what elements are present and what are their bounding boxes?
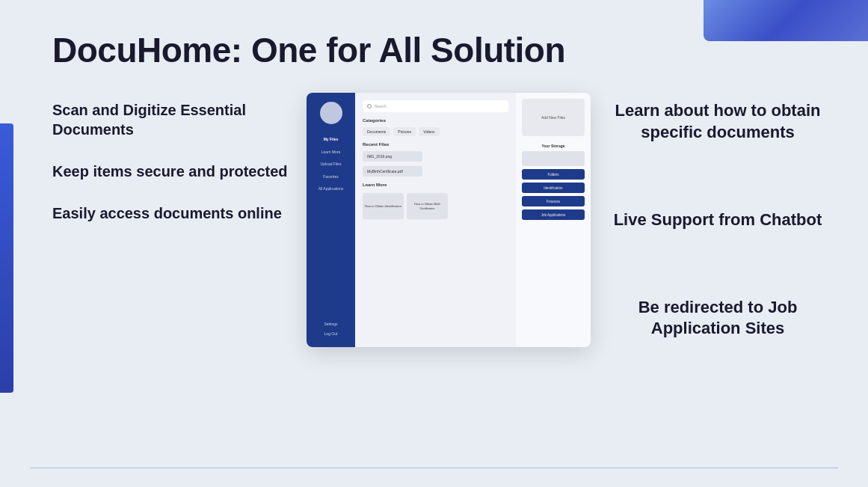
feature-access: Easily access documents online bbox=[52, 203, 292, 223]
mockup-nav-logout: Log Out bbox=[322, 329, 339, 339]
mockup-categories-label: Categories bbox=[363, 118, 508, 123]
mockup-cat-documents: Documents bbox=[363, 127, 390, 136]
right-features: Learn about how to obtain specific docum… bbox=[606, 93, 830, 347]
mockup-avatar bbox=[320, 102, 342, 124]
mockup-cat-pictures: Pictures bbox=[393, 127, 416, 136]
main-content: DocuHome: One for All Solution Scan and … bbox=[0, 0, 868, 487]
mockup-nav-learn-more: Learn More bbox=[320, 147, 342, 157]
mockup-nav-settings: Settings bbox=[322, 319, 339, 329]
mockup-sidebar: My Files Learn More Upload Files Favorit… bbox=[307, 93, 355, 347]
mockup-search-icon bbox=[367, 104, 372, 108]
mockup-learn-card-1: How to Obtain Identification bbox=[363, 193, 404, 219]
mockup-item-finances: Finances bbox=[522, 196, 585, 206]
feature-support: Live Support from Chatbot bbox=[606, 209, 830, 231]
mockup-nav-favorites: Favorites bbox=[321, 172, 340, 182]
mockup-learn-card-1-text: How to Obtain Identification bbox=[365, 204, 401, 208]
mockup-file-2: MyBirthCertificate.pdf bbox=[363, 166, 422, 177]
mockup-main-panel: Search Categories Documents Pictures Vid… bbox=[355, 93, 516, 347]
content-grid: Scan and Digitize Essential Documents Ke… bbox=[52, 93, 823, 347]
mockup-file-1: IMG_2019.png bbox=[363, 151, 422, 162]
mockup-nav-bottom: Settings Log Out bbox=[322, 319, 339, 338]
feature-learn: Learn about how to obtain specific docum… bbox=[606, 100, 830, 143]
mockup-cat-videos: Videos bbox=[419, 127, 439, 136]
mockup-nav-upload: Upload Files bbox=[319, 159, 343, 169]
center-mockup: My Files Learn More Upload Files Favorit… bbox=[292, 93, 606, 347]
mockup-nav-all-apps: All Applications bbox=[317, 184, 345, 194]
mockup-item-identification: Identification bbox=[522, 183, 585, 193]
mockup-add-files: Add New Files bbox=[522, 99, 585, 136]
mockup-right-panel: Add New Files Your Storage Folders Ident… bbox=[516, 93, 591, 347]
mockup-item-folders: Folders bbox=[522, 169, 585, 180]
app-mockup: My Files Learn More Upload Files Favorit… bbox=[307, 93, 591, 347]
mockup-item-job-apps: Job Applications bbox=[522, 209, 585, 220]
mockup-learn-card-2-text: How to Obtain Birth Certificates bbox=[409, 202, 446, 209]
bottom-divider bbox=[30, 468, 838, 468]
mockup-learn-card-2: How to Obtain Birth Certificates bbox=[407, 193, 448, 219]
mockup-storage-label: Your Storage bbox=[522, 144, 585, 148]
mockup-search-text: Search bbox=[375, 104, 387, 108]
feature-scan: Scan and Digitize Essential Documents bbox=[52, 100, 292, 139]
mockup-recent-label: Recent Files bbox=[363, 142, 508, 147]
feature-secure: Keep items secure and protected bbox=[52, 162, 292, 181]
mockup-nav-my-files: My Files bbox=[322, 135, 340, 144]
feature-redirect: Be redirected to Job Application Sites bbox=[606, 297, 830, 340]
mockup-category-row: Documents Pictures Videos bbox=[363, 127, 508, 136]
mockup-search-bar: Search bbox=[363, 100, 508, 112]
mockup-learn-row: How to Obtain Identification How to Obta… bbox=[363, 193, 508, 219]
page-title: DocuHome: One for All Solution bbox=[52, 30, 823, 70]
left-features: Scan and Digitize Essential Documents Ke… bbox=[52, 93, 292, 347]
mockup-storage-bar bbox=[522, 151, 585, 166]
mockup-learn-label: Learn More bbox=[363, 183, 508, 187]
